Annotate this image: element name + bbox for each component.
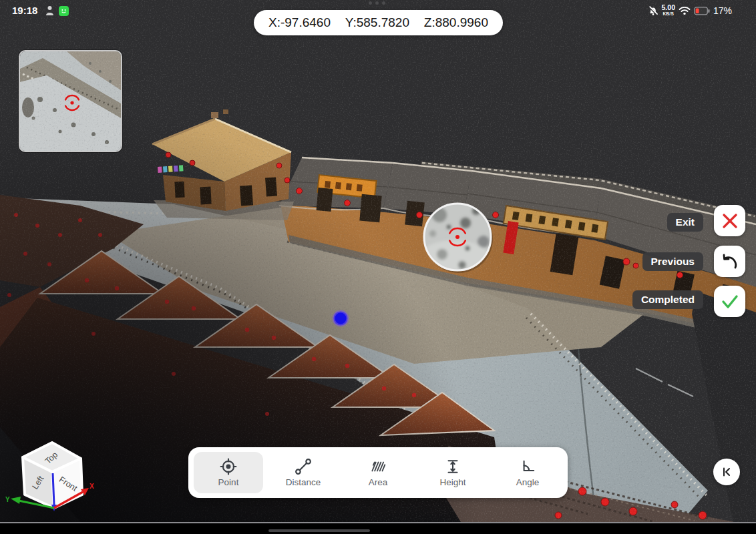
axis-z-edge <box>53 473 54 505</box>
minimap-preview <box>19 50 122 152</box>
app-badge-icon <box>59 6 69 16</box>
undo-arrow-icon <box>721 253 739 270</box>
camera-indicator-dots <box>369 1 385 5</box>
tool-height[interactable]: Height <box>418 452 488 493</box>
exit-button[interactable] <box>714 205 745 236</box>
wifi-icon <box>679 6 691 15</box>
distance-segment-icon <box>295 458 312 475</box>
person-icon <box>45 5 54 16</box>
tool-point-label: Point <box>218 477 239 487</box>
tool-area-label: Area <box>369 477 388 487</box>
network-speed-value: 5.00 <box>662 5 675 11</box>
axis-y-label: Y <box>5 496 10 503</box>
close-x-icon <box>721 212 739 230</box>
crosshair-point-icon <box>220 458 237 475</box>
network-speed-unit: KB/S <box>663 11 674 17</box>
tool-height-label: Height <box>439 477 465 487</box>
tool-area[interactable]: Area <box>343 452 413 493</box>
home-indicator[interactable] <box>268 529 370 532</box>
completed-button[interactable] <box>714 286 745 317</box>
status-right-icons: 5.00 KB/S 17% <box>648 5 732 17</box>
tool-angle-label: Angle <box>516 477 540 487</box>
collapse-chevron-icon <box>721 466 733 478</box>
network-speed: 5.00 KB/S <box>662 5 675 17</box>
angle-icon <box>519 458 536 475</box>
previous-label: Previous <box>642 252 703 271</box>
status-left-icons <box>45 5 69 16</box>
bottom-letterbox <box>0 523 756 534</box>
tool-point[interactable]: Point <box>194 452 263 493</box>
bell-muted-icon <box>648 5 658 16</box>
tool-distance-label: Distance <box>286 477 321 487</box>
coordinate-z: Z:880.9960 <box>424 15 488 30</box>
check-icon <box>721 294 739 310</box>
tool-angle[interactable]: Angle <box>493 452 562 493</box>
measurement-toolbar: Point Distance Area <box>188 447 568 498</box>
completed-label: Completed <box>632 290 703 309</box>
app-screen: Y X Top Left Front 19:18 5.00 KB <box>0 0 756 534</box>
exit-label: Exit <box>667 213 703 232</box>
hatched-area-icon <box>369 458 387 475</box>
measurement-point-marker <box>334 312 348 326</box>
height-arrows-icon <box>444 458 461 475</box>
axis-x-label: X <box>89 483 94 490</box>
collapse-toolbar-button[interactable] <box>713 459 740 485</box>
clock-time: 19:18 <box>12 5 37 16</box>
coordinate-readout: X:-97.6460 Y:585.7820 Z:880.9960 <box>254 10 503 35</box>
tool-distance[interactable]: Distance <box>268 452 338 493</box>
coordinate-x: X:-97.6460 <box>268 15 331 30</box>
battery-percent: 17% <box>713 5 732 16</box>
coordinate-y: Y:585.7820 <box>345 15 409 30</box>
previous-button[interactable] <box>714 246 745 277</box>
battery-icon <box>694 7 710 15</box>
